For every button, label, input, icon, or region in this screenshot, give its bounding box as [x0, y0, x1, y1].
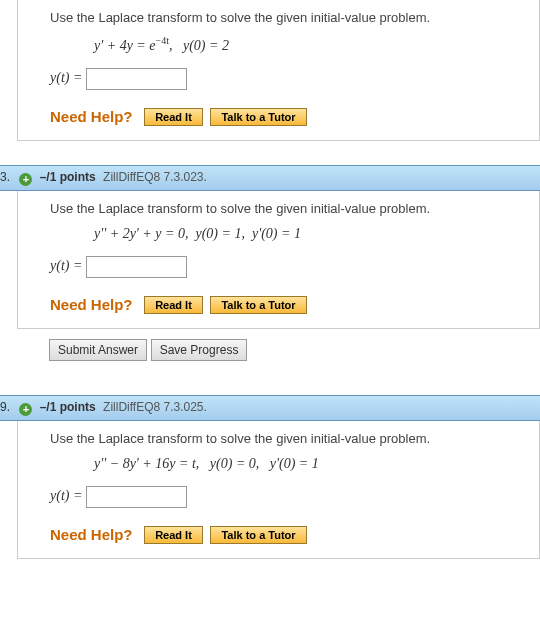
- expand-icon[interactable]: +: [19, 173, 32, 186]
- q3-points: –/1 points: [40, 400, 96, 414]
- talk-tutor-button[interactable]: Talk to a Tutor: [210, 108, 306, 126]
- q1-answer-label: y(t) =: [50, 70, 82, 85]
- q3-answer-label: y(t) =: [50, 488, 82, 503]
- q2-answer-label: y(t) =: [50, 258, 82, 273]
- q2-submit-row: Submit Answer Save Progress: [17, 329, 540, 371]
- question-2-body: Use the Laplace transform to solve the g…: [17, 191, 540, 329]
- q1-help-row: Need Help? Read It Talk to a Tutor: [50, 108, 529, 126]
- need-help-label: Need Help?: [50, 526, 133, 543]
- q3-info-bar: 9. + –/1 points ZillDiffEQ8 7.3.025.: [0, 395, 540, 421]
- q2-info-bar: 3. + –/1 points ZillDiffEQ8 7.3.023.: [0, 165, 540, 191]
- q2-points: –/1 points: [40, 170, 96, 184]
- q2-prompt: Use the Laplace transform to solve the g…: [50, 201, 529, 216]
- read-it-button[interactable]: Read It: [144, 108, 203, 126]
- q1-prompt: Use the Laplace transform to solve the g…: [50, 10, 529, 25]
- q3-answer-input[interactable]: [86, 486, 187, 508]
- q1-answer-row: y(t) =: [50, 68, 529, 90]
- read-it-button[interactable]: Read It: [144, 526, 203, 544]
- question-3-body: Use the Laplace transform to solve the g…: [17, 421, 540, 559]
- read-it-button[interactable]: Read It: [144, 296, 203, 314]
- expand-icon[interactable]: +: [19, 403, 32, 416]
- need-help-label: Need Help?: [50, 296, 133, 313]
- save-progress-button[interactable]: Save Progress: [151, 339, 248, 361]
- talk-tutor-button[interactable]: Talk to a Tutor: [210, 296, 306, 314]
- q3-ref: ZillDiffEQ8 7.3.025.: [103, 400, 207, 414]
- q2-answer-row: y(t) =: [50, 256, 529, 278]
- q3-marker: 9.: [0, 400, 10, 414]
- q2-equation: y'' + 2y' + y = 0, y(0) = 1, y'(0) = 1: [94, 226, 529, 242]
- q2-help-row: Need Help? Read It Talk to a Tutor: [50, 296, 529, 314]
- talk-tutor-button[interactable]: Talk to a Tutor: [210, 526, 306, 544]
- q2-answer-input[interactable]: [86, 256, 187, 278]
- q3-help-row: Need Help? Read It Talk to a Tutor: [50, 526, 529, 544]
- question-1-body: Use the Laplace transform to solve the g…: [17, 0, 540, 141]
- q2-ref: ZillDiffEQ8 7.3.023.: [103, 170, 207, 184]
- need-help-label: Need Help?: [50, 108, 133, 125]
- q3-equation: y'' − 8y' + 16y = t, y(0) = 0, y'(0) = 1: [94, 456, 529, 472]
- q1-equation: y' + 4y = e−4t, y(0) = 2: [94, 35, 529, 54]
- q3-prompt: Use the Laplace transform to solve the g…: [50, 431, 529, 446]
- q3-answer-row: y(t) =: [50, 486, 529, 508]
- submit-answer-button[interactable]: Submit Answer: [49, 339, 147, 361]
- q1-answer-input[interactable]: [86, 68, 187, 90]
- q2-marker: 3.: [0, 170, 10, 184]
